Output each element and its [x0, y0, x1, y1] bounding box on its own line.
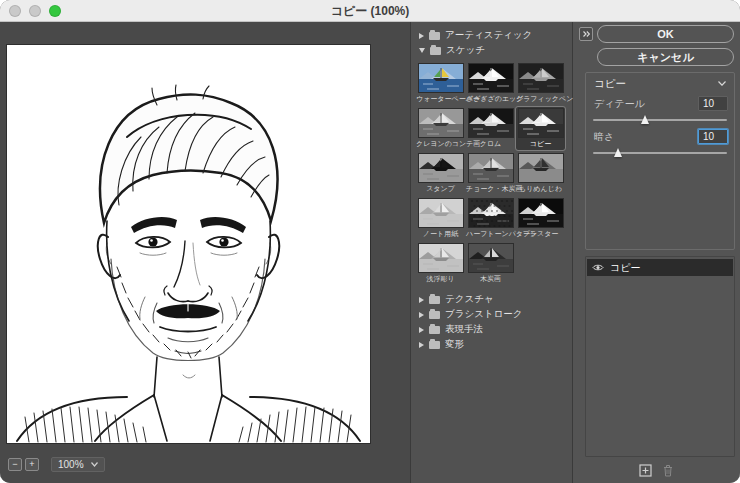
filter-thumbnail[interactable]: プラスター [516, 197, 565, 240]
filter-thumbnail-image [419, 64, 463, 92]
filter-thumbnail-image [469, 154, 513, 182]
filter-thumbnail[interactable]: ぎざぎざのエッジ [466, 62, 515, 105]
filter-select-dropdown[interactable]: コピー [586, 75, 734, 92]
dialog-body: − + 100% アーティスティックスケッチウォーターペーパーぎざぎざのエッジグ… [0, 22, 740, 483]
filter-thumbnail-selected[interactable]: コピー [516, 107, 565, 150]
filter-thumbnail[interactable]: チョーク・木炭画 [466, 152, 515, 195]
detail-slider[interactable] [593, 114, 727, 126]
filter-thumbnail-image [469, 109, 513, 137]
filter-thumbnail[interactable]: グラフィックペン [516, 62, 565, 105]
preview-image [7, 45, 370, 443]
triangle-right-icon [419, 327, 424, 333]
triangle-right-icon [419, 312, 424, 318]
filter-thumbnail-image [419, 199, 463, 227]
filter-thumbnail[interactable]: 浅浮彫り [416, 242, 465, 285]
filter-thumbnail-image [519, 199, 563, 227]
filter-thumbnail-image [519, 154, 563, 182]
filter-thumbnail[interactable]: クレヨンのコンテ画 [416, 107, 465, 150]
filter-thumbnail-image [469, 64, 513, 92]
filter-category-row[interactable]: 変形 [411, 337, 572, 352]
zoom-out-button[interactable]: − [8, 458, 22, 471]
folder-icon [430, 47, 441, 55]
triangle-right-icon [419, 33, 424, 39]
settings-pane: OK キャンセル コピー ディテール 10 暗さ 10 [573, 22, 740, 483]
folder-icon [429, 296, 440, 304]
filter-thumbnail[interactable]: 木炭画 [466, 242, 515, 285]
zoom-level-dropdown[interactable]: 100% [51, 457, 105, 472]
chevron-down-icon [91, 462, 98, 467]
filter-category-list: アーティスティックスケッチウォーターペーパーぎざぎざのエッジグラフィックペンクレ… [411, 28, 572, 352]
filter-category-row[interactable]: テクスチャ [411, 292, 572, 307]
filter-thumbnail-image [469, 244, 513, 272]
filter-thumbnail-label: クロム [466, 139, 515, 149]
new-effect-layer-button[interactable] [639, 464, 652, 477]
eye-icon[interactable] [592, 263, 604, 272]
filter-thumbnail-image [419, 244, 463, 272]
filter-category-label: ブラシストローク [445, 308, 523, 321]
filter-list-pane: アーティスティックスケッチウォーターペーパーぎざぎざのエッジグラフィックペンクレ… [411, 22, 573, 483]
delete-effect-layer-button[interactable] [662, 464, 674, 477]
titlebar: コピー (100%) [0, 0, 740, 22]
filter-settings-box: コピー ディテール 10 暗さ 10 [585, 72, 735, 250]
darkness-slider[interactable] [593, 147, 727, 159]
ok-button[interactable]: OK [597, 25, 734, 43]
darkness-param-row: 暗さ 10 [594, 129, 728, 144]
folder-icon [429, 341, 440, 349]
new-layer-icon [639, 464, 652, 477]
filter-thumbnail-label: ウォーターペーパー [416, 94, 465, 104]
preview-zoom-controls: − + 100% [8, 457, 105, 472]
slider-track [593, 152, 727, 154]
effect-layer-label: コピー [610, 261, 640, 275]
effect-layer-actions [573, 464, 740, 477]
slider-thumb[interactable] [641, 115, 649, 124]
darkness-label: 暗さ [594, 130, 614, 144]
filter-thumbnail-label: 浅浮彫り [416, 274, 465, 284]
window-title: コピー (100%) [0, 0, 740, 22]
photocopy-portrait-sketch [7, 45, 370, 443]
filter-thumbnail[interactable]: ウォーターペーパー [416, 62, 465, 105]
filter-thumbnail[interactable]: クロム [466, 107, 515, 150]
filter-select-value: コピー [594, 77, 626, 91]
folder-icon [429, 311, 440, 319]
filter-category-label: 表現手法 [445, 323, 483, 336]
detail-value-field[interactable]: 10 [698, 96, 728, 111]
filter-category-row[interactable]: スケッチ [411, 43, 572, 58]
filter-thumbnail-label: チョーク・木炭画 [466, 184, 515, 194]
preview-pane[interactable]: − + 100% [0, 22, 411, 483]
filter-thumbnail-label: ちりめんじわ [516, 184, 565, 194]
filter-thumbnail-label: ハーフトーンパターン [466, 229, 515, 239]
filter-category-row[interactable]: ブラシストローク [411, 307, 572, 322]
filter-thumbnail[interactable]: ちりめんじわ [516, 152, 565, 195]
filter-thumbnail[interactable]: ノート用紙 [416, 197, 465, 240]
darkness-value-field[interactable]: 10 [698, 129, 728, 144]
filter-category-row[interactable]: 表現手法 [411, 322, 572, 337]
effect-layers-list: コピー [585, 256, 735, 457]
filter-thumbnail-label: ぎざぎざのエッジ [466, 94, 515, 104]
folder-icon [429, 32, 440, 40]
triangle-right-icon [419, 297, 424, 303]
filter-thumbnail[interactable]: スタンプ [416, 152, 465, 195]
filter-thumbnail-grid: ウォーターペーパーぎざぎざのエッジグラフィックペンクレヨンのコンテ画クロムコピー… [411, 58, 572, 292]
filter-thumbnail-label: スタンプ [416, 184, 465, 194]
hide-thumbnails-button[interactable] [579, 27, 593, 41]
zoom-in-button[interactable]: + [25, 458, 39, 471]
effect-layer-row-selected[interactable]: コピー [587, 259, 733, 276]
filter-thumbnail-label: 木炭画 [466, 274, 515, 284]
filter-category-label: アーティスティック [445, 29, 532, 42]
cancel-button[interactable]: キャンセル [597, 48, 734, 66]
filter-thumbnail-image [469, 199, 513, 227]
detail-label: ディテール [594, 97, 645, 111]
filter-thumbnail-label: グラフィックペン [516, 94, 565, 104]
filter-thumbnail[interactable]: ハーフトーンパターン [466, 197, 515, 240]
folder-icon [429, 326, 440, 334]
filter-thumbnail-label: プラスター [516, 229, 565, 239]
filter-category-row[interactable]: アーティスティック [411, 28, 572, 43]
filter-thumbnail-label: コピー [516, 139, 565, 149]
trash-icon [662, 464, 674, 477]
triangle-right-icon [419, 342, 424, 348]
zoom-level-value: 100% [58, 459, 84, 470]
filter-thumbnail-image [419, 154, 463, 182]
filter-category-label: テクスチャ [445, 293, 494, 306]
slider-thumb[interactable] [614, 148, 622, 157]
filter-gallery-dialog: コピー (100%) [0, 0, 740, 483]
